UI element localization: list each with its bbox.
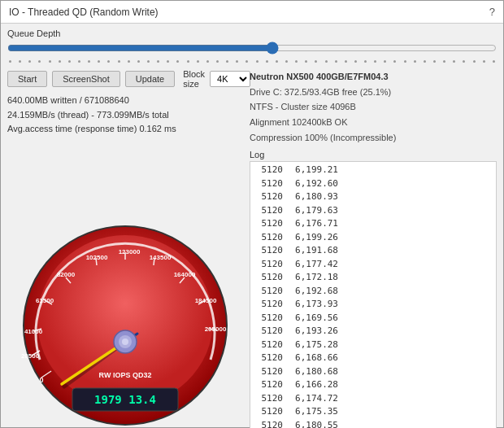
slider-dot xyxy=(463,60,465,63)
slider-dot xyxy=(216,60,219,63)
help-icon[interactable]: ? xyxy=(489,6,495,18)
slider-dot xyxy=(187,60,189,63)
drive-fs: NTFS - Cluster size 4096B xyxy=(250,99,497,115)
log-row: 51206,166.28 xyxy=(254,378,493,392)
slider-dots xyxy=(7,56,497,66)
log-col2: 6,166.28 xyxy=(289,378,338,392)
title-bar: IO - Threaded QD (Random Write) ? xyxy=(1,1,503,24)
log-col1: 5120 xyxy=(254,204,283,218)
slider-dot xyxy=(59,60,61,63)
slider-dot xyxy=(9,60,11,63)
svg-line-18 xyxy=(96,258,97,265)
block-size-select[interactable]: 4K 8K 16K 32K 64K xyxy=(210,71,250,87)
svg-text:205000: 205000 xyxy=(205,325,227,333)
slider-dot xyxy=(364,60,367,63)
slider-dot xyxy=(393,60,396,63)
log-col1: 5120 xyxy=(254,338,283,352)
log-col2: 6,172.18 xyxy=(289,271,338,285)
log-row: 51206,172.18 xyxy=(254,271,493,285)
slider-dot xyxy=(107,60,110,63)
slider-dot xyxy=(68,60,71,63)
log-col2: 6,174.72 xyxy=(289,392,338,406)
queue-label: Queue Depth xyxy=(7,28,497,38)
log-col2: 6,179.63 xyxy=(289,204,338,218)
drive-name: Neutron NX500 400GB/E7FM04.3 xyxy=(250,69,497,85)
svg-text:RW IOPS QD32: RW IOPS QD32 xyxy=(99,371,152,379)
log-col1: 5120 xyxy=(254,231,283,245)
log-col2: 6,176.71 xyxy=(289,217,338,231)
log-col1: 5120 xyxy=(254,298,283,312)
svg-text:164000: 164000 xyxy=(174,271,196,278)
log-col2: 6,177.42 xyxy=(289,258,338,272)
log-col2: 6,192.68 xyxy=(289,285,338,299)
log-col1: 5120 xyxy=(254,244,283,258)
svg-text:102500: 102500 xyxy=(86,254,108,261)
screenshot-button[interactable]: ScreenShot xyxy=(52,71,119,87)
slider-dot xyxy=(38,60,41,63)
drive-drive: Drive C: 372.5/93.4GB free (25.1%) xyxy=(250,85,497,100)
slider-dot xyxy=(384,60,386,63)
start-button[interactable]: Start xyxy=(7,71,47,87)
slider-dot xyxy=(266,60,268,63)
slider-dot xyxy=(374,60,376,63)
log-row: 51206,199.26 xyxy=(254,231,493,245)
log-col2: 6,191.68 xyxy=(289,244,338,258)
slider-dot xyxy=(176,60,179,63)
slider-dot xyxy=(98,60,100,63)
slider-dot xyxy=(473,60,476,63)
block-size-label: Block size xyxy=(183,69,205,89)
svg-text:20500: 20500 xyxy=(21,352,40,360)
slider-dot xyxy=(315,60,317,63)
slider-dot xyxy=(404,60,406,63)
main-content: Queue Depth xyxy=(1,24,503,428)
log-col1: 5120 xyxy=(254,392,283,406)
log-col2: 6,173.93 xyxy=(289,298,338,312)
main-area: Start ScreenShot Update Block size 4K 8K… xyxy=(7,69,497,428)
slider-dot xyxy=(443,60,445,63)
slider-dot xyxy=(147,60,150,63)
stat-line3: Avg.access time (response time) 0.162 ms xyxy=(7,122,243,137)
slider-dot xyxy=(118,60,120,63)
slider-dot xyxy=(295,60,298,63)
slider-dot xyxy=(345,60,347,63)
log-col2: 6,199.26 xyxy=(289,231,338,245)
slider-dot xyxy=(305,60,307,63)
svg-point-29 xyxy=(122,338,128,345)
log-col2: 6,199.21 xyxy=(289,164,338,177)
log-row: 51206,192.60 xyxy=(254,177,493,191)
log-row: 51206,192.68 xyxy=(254,285,493,299)
gauge-svg: 0 20500 41000 61500 82000 102500 123000 xyxy=(15,213,235,428)
svg-point-1 xyxy=(37,235,213,406)
slider-dot xyxy=(206,60,209,63)
log-row: 51206,176.71 xyxy=(254,217,493,231)
log-row: 51206,180.55 xyxy=(254,419,493,428)
log-row: 51206,179.63 xyxy=(254,204,493,218)
log-col2: 6,180.93 xyxy=(289,190,338,204)
toolbar: Start ScreenShot Update Block size 4K 8K… xyxy=(7,69,243,89)
log-row: 51206,174.72 xyxy=(254,392,493,406)
log-row: 51206,193.26 xyxy=(254,325,493,338)
log-col1: 5120 xyxy=(254,177,283,191)
slider-dot xyxy=(167,60,169,63)
log-container[interactable]: 51206,199.2151206,192.6051206,180.935120… xyxy=(250,161,497,428)
slider-dot xyxy=(335,60,337,63)
slider-dot xyxy=(453,60,455,63)
slider-dot xyxy=(197,60,199,63)
slider-dot xyxy=(414,60,416,63)
update-button[interactable]: Update xyxy=(125,71,175,87)
log-col1: 5120 xyxy=(254,419,283,428)
svg-line-20 xyxy=(154,258,154,265)
queue-slider[interactable] xyxy=(7,41,497,55)
slider-dot xyxy=(354,60,357,63)
left-panel: Start ScreenShot Update Block size 4K 8K… xyxy=(7,69,243,428)
gauge-container: 0 20500 41000 61500 82000 102500 123000 xyxy=(7,142,243,428)
log-col1: 5120 xyxy=(254,190,283,204)
log-row: 51206,180.68 xyxy=(254,365,493,379)
log-col1: 5120 xyxy=(254,405,283,419)
log-col2: 6,180.55 xyxy=(289,419,338,428)
slider-dot xyxy=(226,60,228,63)
log-row: 51206,180.93 xyxy=(254,190,493,204)
slider-dot xyxy=(285,60,288,63)
log-col2: 6,192.60 xyxy=(289,177,338,191)
svg-text:82000: 82000 xyxy=(57,271,76,278)
